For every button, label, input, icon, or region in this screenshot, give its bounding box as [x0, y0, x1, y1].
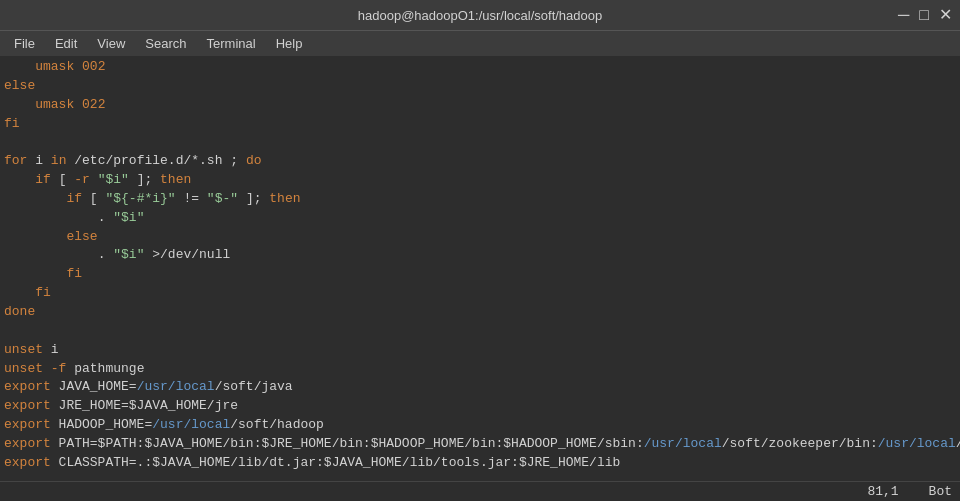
menu-item-help[interactable]: Help — [266, 34, 313, 53]
menu-item-view[interactable]: View — [87, 34, 135, 53]
code-line: umask 022 — [4, 96, 956, 115]
code-line: . "$i" — [4, 209, 956, 228]
code-line: for i in /etc/profile.d/*.sh ; do — [4, 152, 956, 171]
code-line: export PATH=$PATH:$JAVA_HOME/bin:$JRE_HO… — [4, 435, 956, 454]
code-line: fi — [4, 284, 956, 303]
minimize-button[interactable]: ─ — [898, 7, 909, 23]
code-line — [4, 322, 956, 341]
code-line — [4, 133, 956, 152]
window-controls: ─ □ ✕ — [898, 0, 952, 30]
status-mode: Bot — [929, 484, 952, 499]
code-line: unset i — [4, 341, 956, 360]
code-line: if [ -r "$i" ]; then — [4, 171, 956, 190]
code-line: else — [4, 77, 956, 96]
code-line: if [ "${-#*i}" != "$-" ]; then — [4, 190, 956, 209]
status-bar: 81,1Bot — [0, 481, 960, 501]
menu-item-terminal[interactable]: Terminal — [197, 34, 266, 53]
code-line: done — [4, 303, 956, 322]
close-button[interactable]: ✕ — [939, 7, 952, 23]
title-bar: hadoop@hadoopO1:/usr/local/soft/hadoop ─… — [0, 0, 960, 30]
code-line: . "$i" >/dev/null — [4, 246, 956, 265]
code-line: fi — [4, 265, 956, 284]
status-position: 81,1 — [867, 484, 898, 499]
code-line: export JAVA_HOME=/usr/local/soft/java — [4, 378, 956, 397]
code-line: fi — [4, 115, 956, 134]
menu-item-search[interactable]: Search — [135, 34, 196, 53]
menu-item-file[interactable]: File — [4, 34, 45, 53]
code-line: unset -f pathmunge — [4, 360, 956, 379]
menu-bar: FileEditViewSearchTerminalHelp — [0, 30, 960, 56]
terminal-content[interactable]: umask 002else umask 022fi for i in /etc/… — [0, 56, 960, 481]
code-line: else — [4, 228, 956, 247]
code-line: export JRE_HOME=$JAVA_HOME/jre — [4, 397, 956, 416]
menu-item-edit[interactable]: Edit — [45, 34, 87, 53]
maximize-button[interactable]: □ — [919, 7, 929, 23]
window-title: hadoop@hadoopO1:/usr/local/soft/hadoop — [358, 8, 603, 23]
code-line: umask 002 — [4, 58, 956, 77]
code-line: export HADOOP_HOME=/usr/local/soft/hadoo… — [4, 416, 956, 435]
code-line: export CLASSPATH=.:$JAVA_HOME/lib/dt.jar… — [4, 454, 956, 473]
